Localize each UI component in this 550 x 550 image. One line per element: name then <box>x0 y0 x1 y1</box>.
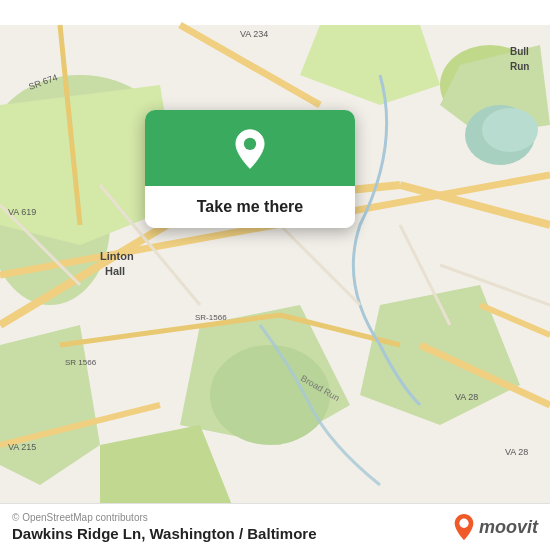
svg-text:Run: Run <box>510 61 529 72</box>
map-container: SR 674 VA 234 VA 619 VA 215 SR 1566 SR-1… <box>0 0 550 550</box>
svg-text:Linton: Linton <box>100 250 134 262</box>
popup-green-area <box>145 110 355 186</box>
moovit-brand-text: moovit <box>479 517 538 538</box>
svg-text:VA 234: VA 234 <box>240 29 268 39</box>
svg-text:Bull: Bull <box>510 46 529 57</box>
popup-card: Take me there <box>145 110 355 228</box>
map-background: SR 674 VA 234 VA 619 VA 215 SR 1566 SR-1… <box>0 0 550 550</box>
moovit-logo: moovit <box>453 513 538 541</box>
svg-point-8 <box>482 108 538 152</box>
svg-text:VA 28: VA 28 <box>505 447 528 457</box>
location-pin-icon <box>228 128 272 172</box>
svg-text:SR 1566: SR 1566 <box>65 358 97 367</box>
svg-text:VA 215: VA 215 <box>8 442 36 452</box>
bottom-bar: © OpenStreetMap contributors Dawkins Rid… <box>0 503 550 550</box>
svg-point-44 <box>244 138 256 150</box>
svg-text:VA 619: VA 619 <box>8 207 36 217</box>
svg-point-45 <box>459 519 468 528</box>
svg-point-10 <box>210 345 330 445</box>
moovit-pin-icon <box>453 513 475 541</box>
take-me-there-button[interactable]: Take me there <box>145 186 355 228</box>
location-name: Dawkins Ridge Ln, Washington / Baltimore <box>12 525 316 542</box>
svg-text:SR-1566: SR-1566 <box>195 313 227 322</box>
svg-text:Hall: Hall <box>105 265 125 277</box>
svg-text:VA 28: VA 28 <box>455 392 478 402</box>
bottom-info: © OpenStreetMap contributors Dawkins Rid… <box>12 512 316 542</box>
copyright-text: © OpenStreetMap contributors <box>12 512 316 523</box>
